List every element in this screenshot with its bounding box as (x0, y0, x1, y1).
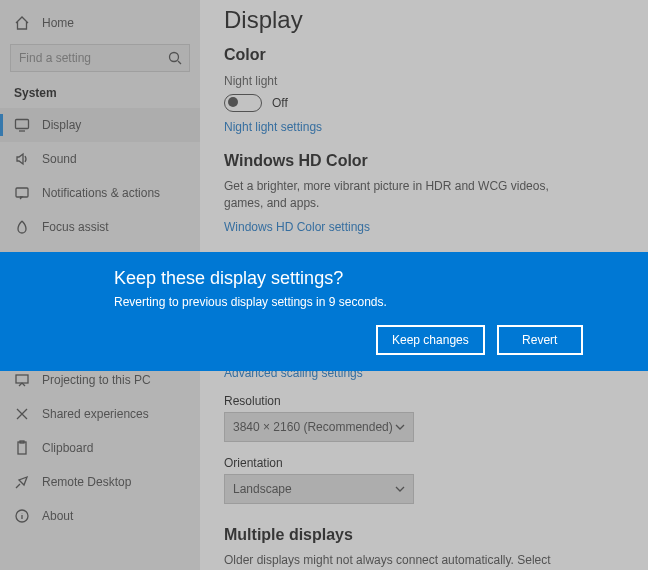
sidebar-item-clipboard[interactable]: Clipboard (0, 431, 200, 465)
remote-icon (14, 474, 30, 490)
search-input[interactable] (11, 45, 161, 71)
sidebar-item-label: About (42, 509, 73, 523)
sidebar-item-about[interactable]: About (0, 499, 200, 533)
page-title: Display (224, 6, 624, 34)
svg-rect-1 (16, 120, 29, 129)
svg-point-0 (170, 53, 179, 62)
home-label: Home (42, 16, 74, 30)
sidebar-item-label: Clipboard (42, 441, 93, 455)
night-light-settings-link[interactable]: Night light settings (224, 120, 624, 134)
display-icon (14, 117, 30, 133)
search-box[interactable] (10, 44, 190, 72)
notification-icon (14, 185, 30, 201)
projecting-icon (14, 372, 30, 388)
resolution-label: Resolution (224, 394, 624, 408)
hd-settings-link[interactable]: Windows HD Color settings (224, 220, 624, 234)
svg-rect-6 (18, 442, 26, 454)
sidebar-item-label: Focus assist (42, 220, 109, 234)
night-light-toggle[interactable]: Off (224, 94, 624, 112)
display-confirm-dialog: Keep these display settings? Reverting t… (0, 252, 648, 371)
sidebar-item-shared[interactable]: Shared experiences (0, 397, 200, 431)
sidebar-item-label: Sound (42, 152, 77, 166)
multi-desc: Older displays might not always connect … (224, 552, 584, 570)
sidebar-item-label: Shared experiences (42, 407, 149, 421)
home-button[interactable]: Home (0, 6, 200, 40)
hd-heading: Windows HD Color (224, 152, 624, 170)
chevron-down-icon (395, 484, 405, 494)
sidebar-item-sound[interactable]: Sound (0, 142, 200, 176)
sidebar-item-label: Notifications & actions (42, 186, 160, 200)
chevron-down-icon (395, 422, 405, 432)
home-icon (14, 15, 30, 31)
dialog-title: Keep these display settings? (114, 268, 648, 289)
focus-icon (14, 219, 30, 235)
multi-heading: Multiple displays (224, 526, 624, 544)
svg-rect-2 (16, 188, 28, 197)
resolution-value: 3840 × 2160 (Recommended) (233, 420, 393, 434)
orientation-label: Orientation (224, 456, 624, 470)
sound-icon (14, 151, 30, 167)
sidebar-item-label: Display (42, 118, 81, 132)
orientation-value: Landscape (233, 482, 292, 496)
sidebar-item-notifications[interactable]: Notifications & actions (0, 176, 200, 210)
about-icon (14, 508, 30, 524)
section-label: System (0, 82, 200, 108)
keep-changes-button[interactable]: Keep changes (376, 325, 485, 355)
svg-rect-5 (16, 375, 28, 383)
sidebar-item-focus[interactable]: Focus assist (0, 210, 200, 244)
sidebar-item-label: Remote Desktop (42, 475, 131, 489)
sidebar-item-label: Projecting to this PC (42, 373, 151, 387)
hd-desc: Get a brighter, more vibrant picture in … (224, 178, 584, 212)
night-light-label: Night light (224, 74, 624, 88)
color-heading: Color (224, 46, 624, 64)
resolution-dropdown[interactable]: 3840 × 2160 (Recommended) (224, 412, 414, 442)
clipboard-icon (14, 440, 30, 456)
revert-button[interactable]: Revert (497, 325, 583, 355)
dialog-message: Reverting to previous display settings i… (114, 295, 648, 309)
shared-icon (14, 406, 30, 422)
sidebar-item-remote[interactable]: Remote Desktop (0, 465, 200, 499)
search-icon (167, 50, 183, 66)
sidebar-item-display[interactable]: Display (0, 108, 200, 142)
toggle-state: Off (272, 96, 288, 110)
orientation-dropdown[interactable]: Landscape (224, 474, 414, 504)
